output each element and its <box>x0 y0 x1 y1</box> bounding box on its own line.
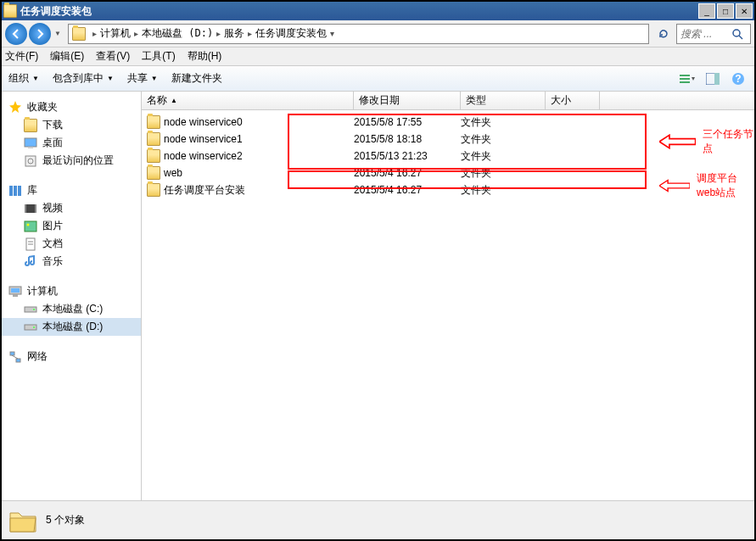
library-icon <box>8 184 22 198</box>
chevron-right-icon: ▾ <box>330 29 334 38</box>
maximize-button[interactable]: □ <box>717 3 734 19</box>
search-box[interactable] <box>676 24 751 44</box>
breadcrumb-item[interactable]: 服务 <box>224 26 244 41</box>
navigation-toolbar: ▼ ▸ 计算机 ▸ 本地磁盘 (D:) ▸ 服务 ▸ 任务调度安装包 ▾ <box>2 20 754 47</box>
folder-icon <box>147 166 160 180</box>
navigation-pane: 收藏夹 下载 桌面 最近访问的位置 库 视频 图片 文档 音乐 计算机 本地磁盘… <box>2 92 142 500</box>
svg-line-1 <box>739 36 742 39</box>
svg-rect-16 <box>25 204 36 213</box>
menu-help[interactable]: 帮助(H) <box>188 49 222 64</box>
svg-rect-14 <box>14 186 17 196</box>
column-header-name[interactable]: 名称▲ <box>142 92 354 109</box>
sidebar-item-documents[interactable]: 文档 <box>2 235 141 253</box>
sidebar-item-music[interactable]: 音乐 <box>2 253 141 270</box>
address-bar[interactable]: ▸ 计算机 ▸ 本地磁盘 (D:) ▸ 服务 ▸ 任务调度安装包 ▾ <box>68 24 649 44</box>
file-row[interactable]: node winservice12015/5/8 18:18文件夹 <box>142 131 754 148</box>
back-button[interactable] <box>5 23 27 45</box>
sidebar-item-videos[interactable]: 视频 <box>2 199 141 217</box>
refresh-button[interactable] <box>654 25 673 43</box>
network-icon <box>8 350 22 364</box>
folder-icon <box>147 132 160 146</box>
view-options-button[interactable] <box>678 70 697 88</box>
network-heading[interactable]: 网络 <box>2 348 141 365</box>
new-folder-button[interactable]: 新建文件夹 <box>171 71 222 86</box>
svg-rect-10 <box>28 147 33 148</box>
sidebar-item-desktop[interactable]: 桌面 <box>2 134 141 152</box>
status-bar: 5 个对象 <box>2 500 754 539</box>
svg-rect-9 <box>25 138 36 147</box>
file-row[interactable]: node winservice02015/5/8 17:55文件夹 <box>142 114 754 131</box>
svg-rect-15 <box>18 186 21 196</box>
file-row[interactable]: web2015/5/4 16:27文件夹 <box>142 165 754 181</box>
sidebar-item-pictures[interactable]: 图片 <box>2 217 141 235</box>
video-icon <box>24 202 37 215</box>
command-bar: 组织▼ 包含到库中▼ 共享▼ 新建文件夹 ? <box>2 66 754 92</box>
content-pane: 名称▲ 修改日期 类型 大小 node winservice02015/5/8 … <box>142 92 754 500</box>
chevron-right-icon: ▸ <box>216 29 221 38</box>
search-input[interactable] <box>680 28 731 40</box>
window-folder-icon <box>3 4 17 18</box>
main-area: 收藏夹 下载 桌面 最近访问的位置 库 视频 图片 文档 音乐 计算机 本地磁盘… <box>2 92 754 500</box>
chevron-right-icon: ▸ <box>248 29 252 38</box>
music-icon <box>24 255 37 269</box>
sort-asc-icon: ▲ <box>171 97 177 104</box>
folder-icon <box>147 183 160 197</box>
titlebar: 任务调度安装包 _ □ ✕ <box>2 2 754 20</box>
column-header-date[interactable]: 修改日期 <box>354 92 461 109</box>
sidebar-item-disk-d[interactable]: 本地磁盘 (D:) <box>2 318 141 336</box>
svg-line-33 <box>12 355 18 359</box>
menu-tools[interactable]: 工具(T) <box>142 49 175 64</box>
close-button[interactable]: ✕ <box>736 3 753 19</box>
svg-rect-26 <box>13 294 18 297</box>
status-text: 5 个对象 <box>46 513 85 527</box>
share-button[interactable]: 共享▼ <box>127 71 158 86</box>
folder-icon <box>8 506 37 535</box>
include-in-library-button[interactable]: 包含到库中▼ <box>53 71 114 86</box>
menu-file[interactable]: 文件(F) <box>5 49 38 64</box>
file-row[interactable]: node winservice22015/5/13 21:23文件夹 <box>142 148 754 165</box>
svg-rect-3 <box>680 78 690 80</box>
star-icon <box>8 101 22 114</box>
help-button[interactable]: ? <box>729 70 748 88</box>
svg-rect-31 <box>10 352 14 355</box>
preview-pane-button[interactable] <box>703 70 722 88</box>
breadcrumb-item[interactable]: 任务调度安装包 <box>255 26 327 41</box>
column-header-size[interactable]: 大小 <box>546 92 600 109</box>
svg-rect-19 <box>25 221 36 231</box>
disk-icon <box>24 303 37 316</box>
picture-icon <box>24 220 37 233</box>
svg-rect-2 <box>680 75 690 76</box>
desktop-icon <box>24 137 37 150</box>
svg-rect-11 <box>25 156 36 166</box>
libraries-heading[interactable]: 库 <box>2 181 141 199</box>
minimize-button[interactable]: _ <box>698 3 715 19</box>
favorites-heading[interactable]: 收藏夹 <box>2 98 141 116</box>
folder-icon <box>24 119 37 132</box>
svg-rect-6 <box>714 73 720 85</box>
computer-heading[interactable]: 计算机 <box>2 282 141 300</box>
chevron-right-icon: ▸ <box>92 29 97 38</box>
sidebar-item-downloads[interactable]: 下载 <box>2 116 141 134</box>
menu-edit[interactable]: 编辑(E) <box>50 49 84 64</box>
history-dropdown[interactable]: ▼ <box>53 23 63 45</box>
sidebar-item-recent[interactable]: 最近访问的位置 <box>2 152 141 170</box>
libraries-label: 库 <box>27 183 37 198</box>
folder-icon <box>72 27 86 41</box>
sidebar-item-disk-c[interactable]: 本地磁盘 (C:) <box>2 300 141 318</box>
column-header-type[interactable]: 类型 <box>461 92 546 109</box>
search-icon <box>731 28 743 40</box>
disk-icon <box>24 321 37 334</box>
column-headers: 名称▲ 修改日期 类型 大小 <box>142 92 754 110</box>
menu-view[interactable]: 查看(V) <box>96 49 130 64</box>
svg-point-0 <box>733 30 740 36</box>
breadcrumb-item[interactable]: 本地磁盘 (D:) <box>142 26 213 41</box>
organize-button[interactable]: 组织▼ <box>8 71 39 86</box>
computer-label: 计算机 <box>27 284 58 298</box>
breadcrumb-item[interactable]: 计算机 <box>100 26 131 41</box>
forward-button[interactable] <box>29 23 51 45</box>
svg-rect-13 <box>9 186 13 196</box>
svg-rect-17 <box>25 204 26 213</box>
file-row[interactable]: 任务调度平台安装2015/5/4 16:27文件夹 <box>142 181 754 198</box>
menubar: 文件(F) 编辑(E) 查看(V) 工具(T) 帮助(H) <box>2 47 754 66</box>
svg-text:?: ? <box>735 73 741 85</box>
